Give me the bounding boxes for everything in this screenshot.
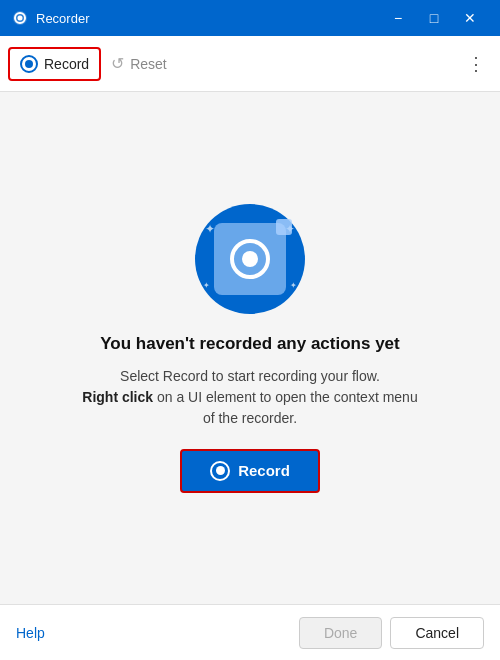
description-bold: Right click [82,389,153,405]
more-options-button[interactable]: ⋮ [460,48,492,80]
app-title: Recorder [36,11,89,26]
heading: You haven't recorded any actions yet [80,334,420,354]
svg-point-2 [18,16,23,21]
record-icon [20,55,38,73]
hero-circle-inner [242,251,258,267]
cancel-button[interactable]: Cancel [390,617,484,649]
reset-button[interactable]: ↺ Reset [101,48,177,79]
app-icon [12,10,28,26]
title-bar: Recorder − □ ✕ [0,0,500,36]
help-link[interactable]: Help [16,625,45,641]
footer-buttons: Done Cancel [299,617,484,649]
description-text1: Select Record to start recording your fl… [120,368,380,384]
toolbar: Record ↺ Reset ⋮ [0,36,500,92]
title-bar-left: Recorder [12,10,89,26]
sparkle-br: ✦ [290,281,297,290]
record-toolbar-button[interactable]: Record [8,47,101,81]
reset-label: Reset [130,56,167,72]
text-block: You haven't recorded any actions yet Sel… [80,334,420,429]
record-btn-icon [210,461,230,481]
hero-icon: ✦ ✦ ✦ ✦ [195,204,305,314]
record-btn-icon-inner [216,466,225,475]
minimize-button[interactable]: − [380,0,416,36]
maximize-button[interactable]: □ [416,0,452,36]
description-text2: on a UI element to open the context menu… [153,389,418,426]
description: Select Record to start recording your fl… [80,366,420,429]
reset-icon: ↺ [111,54,124,73]
hero-icon-inner [214,223,286,295]
close-button[interactable]: ✕ [452,0,488,36]
done-button[interactable]: Done [299,617,382,649]
window-controls: − □ ✕ [380,0,488,36]
footer: Help Done Cancel [0,604,500,660]
hero-circle [230,239,270,279]
main-content: ✦ ✦ ✦ ✦ You haven't recorded any actions… [0,92,500,604]
record-main-button[interactable]: Record [180,449,320,493]
record-main-label: Record [238,462,290,479]
record-toolbar-label: Record [44,56,89,72]
sparkle-bl: ✦ [203,281,210,290]
